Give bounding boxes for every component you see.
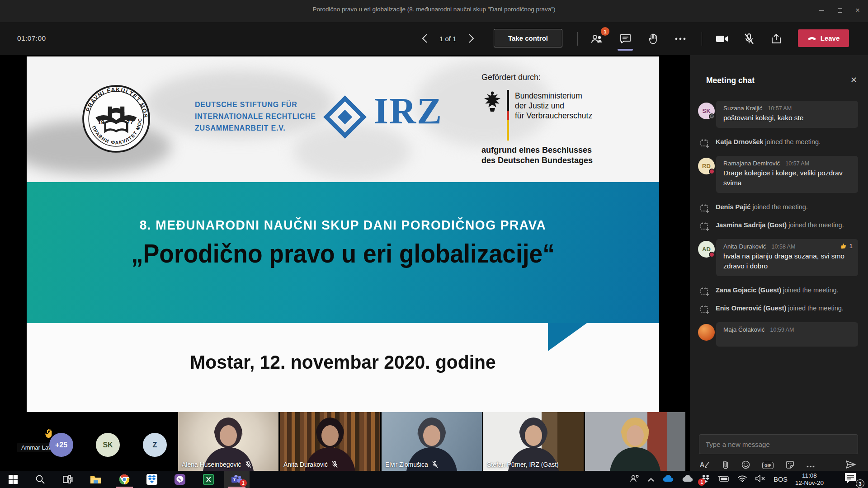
message-text: hvala na pitanju draga suzana, svi smo z… [723,251,852,271]
chat-system-event: Denis Pajić joined the meeting. [700,203,858,213]
send-message-button[interactable] [845,460,856,471]
task-view-icon [62,474,73,484]
federal-eagle-icon [481,90,504,115]
gif-button[interactable]: GIF [762,462,774,469]
viber-button[interactable] [167,471,193,488]
message-reaction[interactable]: 1 [840,243,853,249]
share-icon [770,33,782,44]
share-screen-button[interactable] [767,31,786,47]
microphone-button[interactable] [740,31,759,47]
participant-overflow-circle[interactable]: +25 [49,433,73,457]
file-explorer-button[interactable] [83,471,108,488]
dropbox-tray-icon[interactable]: 1 [701,474,710,485]
people-icon [590,33,603,44]
taskbar-time: 11:08 [795,472,824,479]
bundestag-resolution-text: aufgrund eines Beschlusses des Deutschen… [481,145,593,166]
compose-more-button[interactable] [807,461,815,469]
chat-message[interactable]: ADAnita Duraković10:58 AM1hvala na pitan… [716,239,858,276]
toolbar-divider [577,32,578,46]
dropbox-tray-badge: 1 [698,479,705,486]
dropbox-button[interactable] [139,471,165,488]
volume-muted-icon[interactable] [755,474,766,484]
teams-meeting-window: Porodično pravo u eri globalizacije (8. … [0,0,868,488]
sticker-button[interactable] [786,460,794,471]
presence-busy-badge [709,169,715,174]
attach-button[interactable] [722,460,729,471]
search-button[interactable] [28,471,53,488]
excel-button[interactable] [196,471,221,488]
window-titlebar: Porodično pravo u eri globalizacije (8. … [0,0,868,22]
keyboard-language-indicator[interactable]: BOS [774,476,788,483]
video-tile[interactable]: Stefan Pürner, IRZ (Gast) [483,412,584,471]
maximize-button[interactable] [833,5,847,16]
leave-label: Leave [821,34,840,42]
meeting-chat-panel: Meeting chat ✕ SK×Suzana Kraljić10:57 AM… [690,55,868,471]
emoji-button[interactable] [741,460,750,471]
video-tile[interactable]: Elvir Zlomušica [382,412,482,471]
toggle-chat-button[interactable] [616,31,635,47]
chat-message-list: SK×Suzana Kraljić10:57 AMpoštovani koleg… [690,90,868,432]
viber-icon [175,474,185,485]
chat-system-event: Jasmina Sadrija (Gost) joined the meetin… [700,221,858,231]
next-slide-button[interactable] [467,30,476,47]
slide-title: „Porodično pravo u eri globalizacije“ [52,238,634,268]
camera-button[interactable] [712,31,731,47]
take-control-button[interactable]: Take control [494,29,562,47]
message-time: 10:59 AM [770,327,794,333]
people-tray-icon[interactable] [630,474,640,484]
chat-message[interactable]: RDRamajana Demirović10:57 AMDrage kolegi… [716,156,858,193]
more-actions-button[interactable] [671,31,690,47]
excel-icon [203,474,214,485]
taskbar-clock[interactable]: 11:08 12-Nov-20 [795,472,824,487]
minimize-button[interactable] [815,5,828,16]
video-tile[interactable]: Anita Duraković [280,412,380,471]
participants-badge: 1 [601,27,609,36]
joined-meeting-icon [700,222,709,231]
presentation-slide: PRAVNI FAKULTET MOSTAR ПРАВНИ ФАКУЛТЕТ М… [27,56,659,412]
camera-icon [716,34,728,43]
chat-system-event: Enis Omerović (Guest) joined the meeting… [700,304,858,314]
participant-name: Elvir Zlomušica [385,461,428,468]
cloud-tray-icon[interactable] [682,475,693,484]
windows-logo-icon [8,474,18,484]
video-tile[interactable] [585,412,685,471]
participant-name: Anita Duraković [283,461,328,468]
irz-logo-text: IRZ [374,90,443,132]
format-button[interactable]: A [700,460,710,470]
close-button[interactable]: × [851,5,864,16]
chrome-button[interactable] [112,471,137,488]
onedrive-icon[interactable] [662,475,674,484]
chat-message[interactable]: Maja Čolaković10:59 AM [716,322,858,347]
leave-button[interactable]: Leave [798,29,849,47]
window-title: Porodično pravo u eri globalizacije (8. … [0,6,868,13]
close-chat-icon[interactable]: ✕ [850,75,857,85]
video-tile[interactable]: Alena Huseinbegović [178,412,278,471]
participant-circle-sk[interactable]: SK [96,433,120,457]
ministry-name: Bundesministerium der Justiz und für Ver… [515,91,592,121]
presence-offline-badge: × [709,113,715,119]
svg-text:A: A [700,461,704,468]
mic-muted-icon [331,461,338,468]
chat-message[interactable]: SK×Suzana Kraljić10:57 AMpoštovani koleg… [716,101,858,128]
video-tile-name-label: Anita Duraković [283,461,338,468]
file-explorer-icon [90,475,102,484]
raise-hand-button[interactable] [644,31,663,47]
participant-circle-z[interactable]: Z [143,433,167,457]
mic-muted-icon [432,461,439,468]
wifi-icon[interactable] [737,475,747,484]
show-participants-button[interactable]: 1 [587,31,606,47]
start-button[interactable] [0,471,26,488]
avatar[interactable] [698,324,715,341]
battery-icon[interactable] [718,475,730,484]
participant-name: Alena Huseinbegović [182,461,241,468]
task-view-button[interactable] [55,471,80,488]
message-text: Drage kolegice i kolege, veliki pozdrav … [723,168,852,188]
chat-system-event: Katja Drnovšek joined the meeting. [700,138,858,148]
tray-overflow-caret-icon[interactable] [647,475,655,483]
previous-slide-button[interactable] [420,30,429,47]
action-center-button[interactable]: 3 [844,472,862,487]
meeting-toolbar: 01:07:00 1 of 1 Take control 1 [0,22,868,55]
chat-compose-input[interactable] [699,434,858,454]
message-time: 10:57 AM [785,160,809,167]
teams-button[interactable]: T 1 [224,471,250,488]
